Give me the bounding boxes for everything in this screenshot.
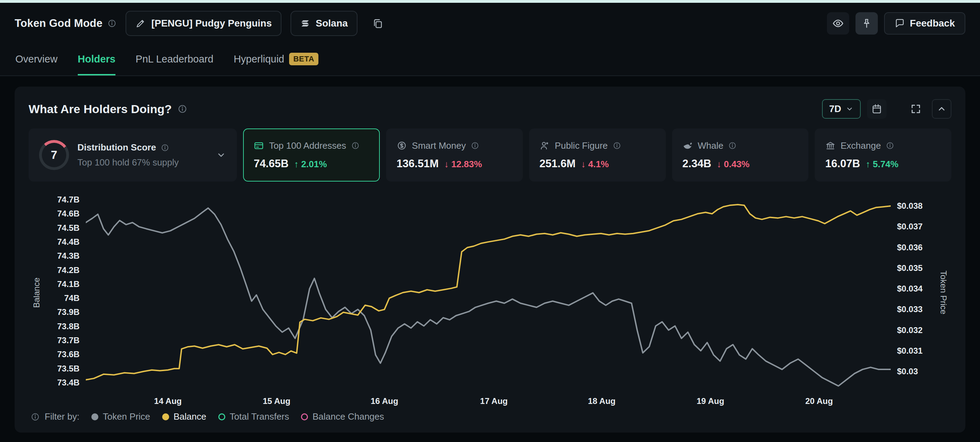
legend-balance[interactable]: Balance: [162, 411, 207, 422]
chat-icon: [894, 18, 905, 29]
copy-address-button[interactable]: [366, 12, 389, 35]
tab-pnl-leaderboard[interactable]: PnL Leaderboard: [136, 44, 213, 75]
stat-change: ↓ 12.83%: [444, 159, 482, 170]
stat-card-row: 7 Distribution Score Top 100 hold 67% su…: [29, 128, 951, 182]
bank-icon: [825, 140, 835, 151]
left-axis-tick: 73.8B: [45, 321, 80, 332]
panel-controls: 7D: [822, 99, 951, 119]
left-axis-tick: 73.4B: [45, 377, 80, 388]
left-axis-title: Balance: [29, 195, 45, 390]
stat-title: Public Figure: [555, 140, 608, 151]
copy-icon: [372, 18, 383, 29]
token-selector-pill[interactable]: [PENGU] Pudgy Penguins: [126, 11, 282, 36]
calendar-icon: [871, 103, 882, 115]
x-axis-tick: 17 Aug: [480, 396, 508, 406]
pin-button[interactable]: [856, 12, 878, 35]
whale-icon: [682, 140, 693, 151]
panel-header: What Are Holders Doing? 7D: [29, 99, 951, 119]
left-axis-tick: 74.3B: [45, 251, 80, 261]
info-icon[interactable]: [178, 104, 187, 114]
pin-icon: [861, 18, 872, 29]
holders-chart: Balance 74.7B74.6B74.5B74.4B74.3B74.2B74…: [29, 195, 951, 407]
tab-overview[interactable]: Overview: [15, 44, 57, 75]
stat-title: Exchange: [840, 140, 881, 151]
legend-balance-changes[interactable]: Balance Changes: [301, 411, 384, 422]
info-icon[interactable]: [107, 19, 116, 28]
distribution-score-ring: 7: [39, 140, 69, 170]
stat-card-whale[interactable]: Whale 2.34B ↓ 0.43%: [672, 128, 809, 182]
person-star-icon: [539, 140, 550, 151]
plot-area: 14 Aug15 Aug16 Aug17 Aug18 Aug19 Aug20 A…: [86, 195, 891, 407]
watch-button[interactable]: [827, 12, 849, 35]
chart-canvas[interactable]: [86, 195, 891, 390]
stat-card-exchange[interactable]: Exchange 16.07B ↑ 5.74%: [815, 128, 951, 182]
tab-holders[interactable]: Holders: [78, 44, 115, 75]
pencil-icon: [135, 18, 146, 29]
chain-pill[interactable]: Solana: [291, 11, 358, 36]
x-axis-tick: 16 Aug: [371, 396, 398, 406]
series-token-price: [86, 208, 891, 386]
right-axis-tick: $0.031: [897, 346, 935, 356]
right-axis-tick: $0.036: [897, 242, 935, 253]
info-icon[interactable]: [351, 141, 360, 150]
chevron-down-icon: [845, 105, 854, 113]
balance-changes-radio[interactable]: [301, 413, 308, 420]
right-axis-ticks: $0.038$0.037$0.036$0.035$0.034$0.033$0.0…: [891, 195, 935, 390]
collapse-button[interactable]: [932, 99, 951, 119]
balance-radio[interactable]: [162, 413, 169, 420]
stat-change: ↑ 2.01%: [294, 159, 327, 170]
x-axis-tick: 18 Aug: [588, 396, 616, 406]
chevron-up-icon: [936, 104, 947, 114]
title-wrap: Token God Mode: [15, 17, 116, 30]
calendar-button[interactable]: [867, 99, 886, 119]
left-axis-tick: 74.1B: [45, 279, 80, 289]
total-transfers-radio[interactable]: [218, 413, 225, 420]
holders-panel: What Are Holders Doing? 7D: [15, 86, 965, 432]
app-header: Token God Mode [PENGU] Pudgy Penguins So…: [0, 3, 980, 44]
right-axis-title: Token Price: [935, 195, 951, 390]
feedback-label: Feedback: [910, 18, 955, 29]
filter-by-label: Filter by:: [45, 411, 80, 422]
info-icon[interactable]: [728, 141, 737, 150]
header-left: Token God Mode [PENGU] Pudgy Penguins So…: [15, 11, 389, 36]
info-icon[interactable]: [31, 412, 40, 421]
stat-card-smart-money[interactable]: Smart Money 136.51M ↓ 12.83%: [386, 128, 523, 182]
right-axis-tick: $0.035: [897, 263, 935, 273]
card-icon: [253, 140, 264, 151]
chevron-down-icon[interactable]: [216, 150, 226, 160]
stat-card-top-100-addresses[interactable]: Top 100 Addresses 74.65B ↑ 2.01%: [243, 128, 380, 182]
info-icon[interactable]: [886, 141, 894, 150]
distribution-score-card[interactable]: 7 Distribution Score Top 100 hold 67% su…: [29, 128, 237, 182]
stat-value: 2.34B: [682, 158, 711, 170]
stat-change: ↑ 5.74%: [865, 159, 898, 170]
expand-icon: [910, 103, 922, 115]
legend-token-price[interactable]: Token Price: [91, 411, 150, 422]
stat-title: Distribution Score: [78, 142, 156, 153]
left-axis-tick: 74.6B: [45, 208, 80, 219]
left-axis-tick: 74.4B: [45, 237, 80, 247]
legend-total-transfers[interactable]: Total Transfers: [218, 411, 290, 422]
date-range-select[interactable]: 7D: [822, 99, 861, 119]
stat-value: 74.65B: [253, 158, 288, 170]
token-price-radio[interactable]: [91, 413, 99, 420]
right-axis-tick: $0.03: [897, 366, 935, 377]
fullscreen-button[interactable]: [906, 99, 926, 119]
left-axis-ticks: 74.7B74.6B74.5B74.4B74.3B74.2B74.1B74B73…: [45, 195, 86, 390]
x-axis-tick: 19 Aug: [697, 396, 724, 406]
left-axis-tick: 74.5B: [45, 223, 80, 233]
top-strip: [0, 0, 980, 3]
info-icon[interactable]: [613, 141, 621, 150]
stat-title: Smart Money: [412, 140, 466, 151]
info-icon[interactable]: [471, 141, 479, 150]
stat-title: Top 100 Addresses: [269, 140, 346, 151]
stat-title: Whale: [698, 140, 724, 151]
stat-change: ↓ 0.43%: [717, 159, 749, 170]
stat-card-public-figure[interactable]: Public Figure 251.6M ↓ 4.1%: [529, 128, 666, 182]
tab-hyperliquid[interactable]: Hyperliquid BETA: [234, 44, 318, 75]
feedback-button[interactable]: Feedback: [884, 12, 965, 35]
right-axis-tick: $0.032: [897, 325, 935, 335]
header-right: Feedback: [827, 12, 965, 35]
left-axis-tick: 73.7B: [45, 335, 80, 346]
stat-value: 251.6M: [539, 158, 576, 170]
info-icon[interactable]: [161, 144, 169, 152]
